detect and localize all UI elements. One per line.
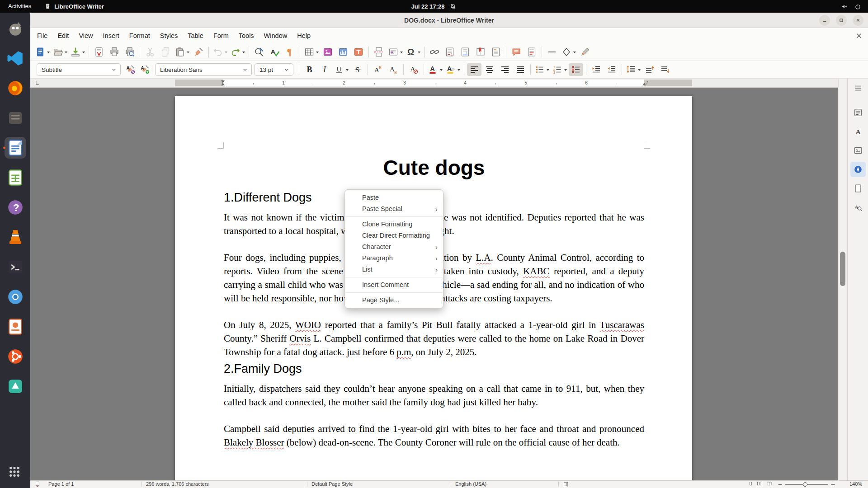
find-replace-button[interactable] [252,46,266,58]
clock-menu[interactable]: Jul 22 17:28 [411,3,457,10]
dock-item-firefox[interactable] [3,73,28,103]
close-button[interactable] [853,15,863,26]
insert-image-button[interactable] [321,46,335,58]
dropdown-caret-icon[interactable] [187,52,189,55]
clear-direct-formatting-menu-item[interactable]: Clear Direct Formatting [345,230,443,241]
basic-shapes-button[interactable] [560,46,577,58]
dropdown-caret-icon[interactable] [440,69,443,72]
page-break-button[interactable] [372,46,386,58]
dock-item-libreoffice-writer[interactable] [3,133,28,163]
subscript-button[interactable]: AB [386,63,401,76]
formatting-marks-button[interactable]: ¶ [283,46,297,58]
dropdown-caret-icon[interactable] [242,52,245,55]
menu-edit[interactable]: Edit [52,28,74,43]
maximize-button[interactable] [836,15,847,26]
track-changes-button[interactable] [524,46,539,58]
menu-insert[interactable]: Insert [98,28,124,43]
superscript-button[interactable]: AB [371,63,385,76]
dock-item-vlc[interactable] [3,222,28,252]
dropdown-caret-icon[interactable] [638,69,641,72]
align-right-button[interactable] [498,63,512,76]
dropdown-caret-icon[interactable] [400,52,403,55]
sidebar-tab-style-inspector[interactable]: A [850,200,866,215]
zoom-percent[interactable]: 140% [849,481,862,487]
insert-textbox-button[interactable] [351,46,366,58]
dropdown-caret-icon[interactable] [225,52,227,55]
right-indent-marker[interactable] [642,81,646,85]
align-center-button[interactable] [482,63,497,76]
tab-stop-type-icon[interactable] [34,79,41,86]
line-spacing-button[interactable] [625,63,642,76]
insert-table-button[interactable] [303,46,320,58]
list-menu-item[interactable]: List› [345,264,443,275]
update-style-button[interactable]: A [123,63,138,76]
dropdown-caret-icon[interactable] [65,52,67,55]
paste-special-menu-item[interactable]: Paste Special› [345,203,443,215]
special-character-button[interactable]: Ω [405,46,421,58]
cross-reference-button[interactable] [489,46,503,58]
vertical-scrollbar[interactable] [838,79,847,480]
character-menu-item[interactable]: Character› [345,241,443,253]
sidebar-tab-navigator[interactable] [850,162,866,177]
dropdown-caret-icon[interactable] [458,69,460,72]
highlight-color-button[interactable]: A [444,63,461,76]
page-style-menu-item[interactable]: Page Style... [345,295,443,306]
dropdown-caret-icon[interactable] [82,52,85,55]
insert-bookmark-button[interactable] [473,46,488,58]
sidebar-tab-page[interactable] [850,181,866,196]
dropdown-caret-icon[interactable] [564,69,567,72]
menu-styles[interactable]: Styles [155,28,183,43]
paragraph-style-select[interactable]: Subtitle [37,63,121,76]
sidebar-tab-properties[interactable] [850,105,866,120]
system-status-area[interactable] [841,3,868,10]
document-save-icon[interactable] [34,481,41,488]
page-style-indicator[interactable]: Default Page Style [311,481,353,487]
page-indicator[interactable]: Page 1 of 1 [48,481,74,487]
menu-help[interactable]: Help [292,28,316,43]
clone-formatting-menu-item[interactable]: Clone Formatting [345,219,443,230]
bold-button[interactable]: B [302,63,316,76]
sidebar-tab-gallery[interactable] [850,143,866,158]
no-list-button[interactable] [569,63,583,76]
menu-view[interactable]: View [74,28,98,43]
insert-field-button[interactable] [387,46,404,58]
menu-file[interactable]: File [32,28,52,43]
new-document-button[interactable] [34,46,51,58]
insert-comment-menu-item[interactable]: Insert Comment [345,279,443,291]
menu-table[interactable]: Table [183,28,208,43]
decrease-paragraph-spacing-button[interactable] [658,63,672,76]
dock-item-gimp[interactable] [3,14,28,43]
font-size-select[interactable]: 13 pt [255,63,293,76]
left-indent-marker[interactable] [221,81,225,85]
font-name-select[interactable]: Liberation Sans [155,63,252,76]
undo-button[interactable] [212,46,228,58]
unordered-list-button[interactable] [533,63,550,76]
zoom-in-icon[interactable] [830,482,836,488]
menu-window[interactable]: Window [259,28,292,43]
dock-item-ubuntu[interactable] [3,342,28,371]
insert-chart-button[interactable] [336,46,350,58]
menu-format[interactable]: Format [124,28,155,43]
book-view-icon[interactable] [766,481,773,488]
clear-direct-formatting-button[interactable]: A [406,63,421,76]
align-justify-button[interactable] [513,63,528,76]
sidebar-tab-sidebar-settings[interactable] [850,80,866,96]
underline-button[interactable]: U [333,63,349,76]
cut-button[interactable] [143,46,157,58]
dock-item-files[interactable] [3,103,28,133]
print-button[interactable] [107,46,122,58]
dropdown-caret-icon[interactable] [346,69,349,72]
ordered-list-button[interactable]: 123 [551,63,568,76]
dock-item-software-store[interactable] [3,371,28,401]
spelling-button[interactable]: A [267,46,282,58]
paste-button[interactable] [174,46,190,58]
strikethrough-button[interactable]: S [350,63,365,76]
dock-item-chromium[interactable] [3,282,28,312]
scrollbar-thumb[interactable] [840,252,845,286]
menu-tools[interactable]: Tools [234,28,259,43]
increase-indent-button[interactable] [589,63,604,76]
activities-button[interactable]: Activities [0,0,39,13]
dropdown-caret-icon[interactable] [418,52,420,55]
export-pdf-button[interactable] [92,46,106,58]
italic-button[interactable]: I [317,63,332,76]
